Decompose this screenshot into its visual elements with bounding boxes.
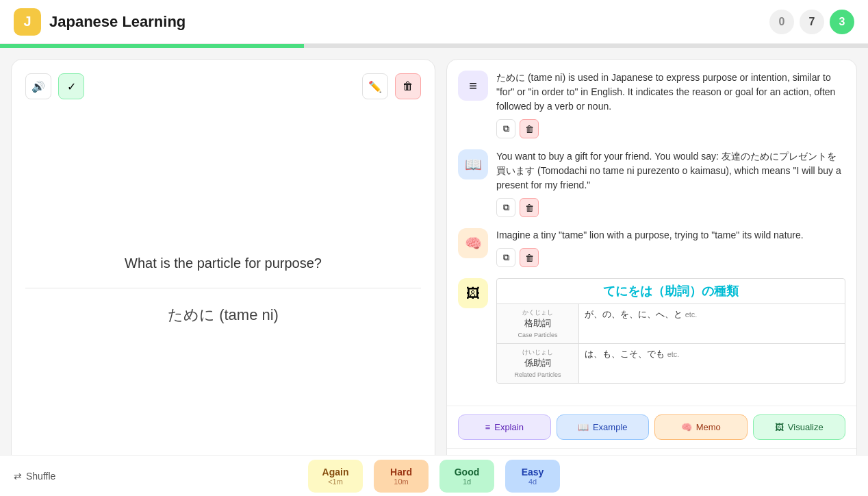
example-icon: 📖 (578, 422, 589, 432)
ai-message-2-text: You want to buy a gift for your friend. … (496, 149, 845, 193)
example-label: Example (593, 422, 628, 432)
ai-message-2-content: You want to buy a gift for your friend. … (496, 149, 845, 217)
good-label: Good (453, 467, 481, 478)
card-panel: 🔊 ✓ ✏️ 🗑 What is the particle for purpos… (11, 59, 435, 485)
explain-label: Explain (494, 422, 524, 432)
ai-message-3: 🧠 Imagine a tiny "tame" lion with a purp… (458, 228, 845, 267)
table-content-kakujoshi: が、の、を、に、へ、と etc. (579, 304, 845, 343)
edit-button[interactable]: ✏️ (362, 73, 388, 99)
delete-msg-button-1[interactable]: 🗑 (520, 119, 539, 138)
again-sub: <1m (322, 478, 349, 486)
copy-button-1[interactable]: ⧉ (496, 119, 515, 138)
jp-particles-table: てにをは（助詞）の種類 かくじょし 格助詞 Case Particles が、の… (496, 278, 845, 384)
shuffle-icon: ⇄ (14, 471, 22, 482)
hard-label: Hard (387, 467, 415, 478)
card-toolbar-right: ✏️ 🗑 (362, 73, 421, 99)
header-left: J Japanese Learning (14, 8, 186, 36)
good-button[interactable]: Good 1d (439, 460, 494, 493)
card-toolbar: 🔊 ✓ ✏️ 🗑 (25, 73, 421, 99)
example-button[interactable]: 📖 Example (557, 414, 650, 440)
easy-sub: 4d (519, 478, 546, 486)
table-label-keijoshi: けいじょし 係助詞 Related Particles (497, 344, 579, 383)
again-label: Again (322, 467, 349, 478)
table-row-kakujoshi: かくじょし 格助詞 Case Particles が、の、を、に、へ、と etc… (497, 303, 845, 343)
check-button[interactable]: ✓ (58, 73, 84, 99)
header: J Japanese Learning 0 7 3 (0, 0, 868, 44)
card-question-area: What is the particle for purpose? ために (t… (25, 110, 421, 471)
memo-icon: 🧠 (681, 422, 692, 432)
again-button[interactable]: Again <1m (308, 460, 363, 493)
shuffle-button[interactable]: ⇄ Shuffle (14, 471, 55, 482)
ai-messages-list: ≡ ために (tame ni) is used in Japanese to e… (447, 60, 856, 406)
card-question: What is the particle for purpose? (125, 256, 322, 271)
good-sub: 1d (453, 478, 481, 486)
bottom-bar: ⇄ Shuffle Again <1m Hard 10m Good 1d Eas… (0, 455, 868, 496)
ai-action-bar: ≡ Explain 📖 Example 🧠 Memo 🖼 Visualize (447, 406, 856, 448)
easy-label: Easy (519, 467, 546, 478)
ai-avatar-explain: ≡ (458, 71, 488, 101)
visualize-label: Visualize (788, 422, 824, 432)
ai-message-1: ≡ ために (tame ni) is used in Japanese to e… (458, 71, 845, 138)
delete-msg-button-3[interactable]: 🗑 (520, 248, 539, 267)
visualize-button[interactable]: 🖼 Visualize (753, 414, 846, 440)
table-content-keijoshi: は、も、こそ、でも etc. (579, 344, 845, 383)
header-right: 0 7 3 (769, 10, 854, 34)
delete-msg-button-2[interactable]: 🗑 (520, 198, 539, 217)
table-row-keijoshi: けいじょし 係助詞 Related Particles は、も、こそ、でも et… (497, 343, 845, 383)
app-title: Japanese Learning (49, 13, 186, 31)
score-three-badge: 3 (830, 10, 854, 34)
ai-avatar-visualize: 🖼 (458, 278, 488, 308)
ai-message-3-text: Imagine a tiny "tame" lion with a purpos… (496, 228, 845, 243)
audio-button[interactable]: 🔊 (25, 73, 51, 99)
ai-message-1-text: ために (tame ni) is used in Japanese to exp… (496, 71, 845, 114)
card-divider (25, 288, 421, 288)
ai-message-2: 📖 You want to buy a gift for your friend… (458, 149, 845, 217)
score-zero-badge: 0 (769, 10, 794, 34)
ai-message-2-actions: ⧉ 🗑 (496, 198, 845, 217)
card-answer: ために (tame ni) (168, 305, 279, 325)
ai-message-1-content: ために (tame ni) is used in Japanese to exp… (496, 71, 845, 138)
hard-sub: 10m (387, 478, 415, 486)
card-toolbar-left: 🔊 ✓ (25, 73, 84, 99)
copy-button-2[interactable]: ⧉ (496, 198, 515, 217)
delete-button[interactable]: 🗑 (395, 73, 421, 99)
ai-message-4: 🖼 てにをは（助詞）の種類 かくじょし 格助詞 Case Particles が… (458, 278, 845, 384)
ai-avatar-example: 📖 (458, 149, 488, 179)
shuffle-label: Shuffle (26, 471, 55, 482)
ai-message-1-actions: ⧉ 🗑 (496, 119, 845, 138)
explain-button[interactable]: ≡ Explain (458, 414, 551, 440)
easy-button[interactable]: Easy 4d (505, 460, 560, 493)
ai-message-4-content: てにをは（助詞）の種類 かくじょし 格助詞 Case Particles が、の… (496, 278, 845, 384)
main-content: 🔊 ✓ ✏️ 🗑 What is the particle for purpos… (0, 48, 868, 496)
ai-message-3-content: Imagine a tiny "tame" lion with a purpos… (496, 228, 845, 267)
memo-label: Memo (696, 422, 721, 432)
memo-button[interactable]: 🧠 Memo (654, 414, 748, 440)
table-label-kakujoshi: かくじょし 格助詞 Case Particles (497, 304, 579, 343)
ai-message-3-actions: ⧉ 🗑 (496, 248, 845, 267)
visualize-icon: 🖼 (775, 422, 784, 432)
ai-panel: ≡ ために (tame ni) is used in Japanese to e… (446, 59, 857, 485)
table-title: てにをは（助詞）の種類 (497, 279, 845, 303)
app-icon: J (14, 8, 41, 36)
ai-avatar-memo: 🧠 (458, 228, 488, 258)
copy-button-3[interactable]: ⧉ (496, 248, 515, 267)
explain-icon: ≡ (485, 422, 491, 432)
score-seven-badge: 7 (800, 10, 824, 34)
hard-button[interactable]: Hard 10m (374, 460, 429, 493)
